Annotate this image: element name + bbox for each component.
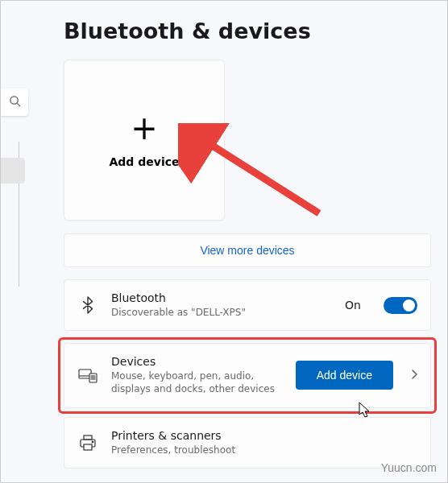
devices-desc: Mouse, keyboard, pen, audio, displays an… (111, 369, 283, 395)
bluetooth-toggle[interactable] (384, 297, 417, 314)
svg-line-1 (17, 103, 20, 106)
svg-rect-8 (84, 436, 92, 440)
chevron-right-icon (411, 369, 417, 382)
watermark: Yuucn.com (381, 461, 437, 474)
page-title: Bluetooth & devices (64, 19, 447, 43)
printers-title: Printers & scanners (111, 429, 417, 442)
devices-icon (77, 365, 98, 386)
search-icon (9, 95, 21, 109)
bluetooth-desc: Discoverable as "DELL-XPS" (111, 306, 332, 319)
svg-point-0 (10, 97, 17, 104)
printers-desc: Preferences, troubleshoot (111, 444, 417, 456)
bluetooth-title: Bluetooth (111, 291, 332, 304)
svg-rect-10 (84, 444, 92, 450)
bluetooth-row[interactable]: Bluetooth Discoverable as "DELL-XPS" On (64, 279, 431, 331)
add-device-button[interactable]: Add device (296, 361, 393, 390)
add-device-tile[interactable]: + Add device (64, 60, 225, 221)
bluetooth-icon (77, 295, 98, 316)
svg-point-11 (92, 441, 93, 443)
search-button[interactable] (1, 89, 28, 116)
plus-icon: + (131, 112, 158, 144)
sidebar-collapsed-item[interactable] (1, 158, 25, 184)
bluetooth-toggle-label: On (345, 299, 361, 312)
devices-title: Devices (111, 355, 283, 368)
devices-row[interactable]: Devices Mouse, keyboard, pen, audio, dis… (64, 343, 431, 407)
add-device-tile-label: Add device (110, 155, 180, 168)
view-more-devices-button[interactable]: View more devices (64, 233, 431, 267)
printers-row[interactable]: Printers & scanners Preferences, trouble… (64, 417, 431, 469)
printer-icon (77, 432, 98, 453)
devices-highlight-box: Devices Mouse, keyboard, pen, audio, dis… (58, 337, 437, 413)
